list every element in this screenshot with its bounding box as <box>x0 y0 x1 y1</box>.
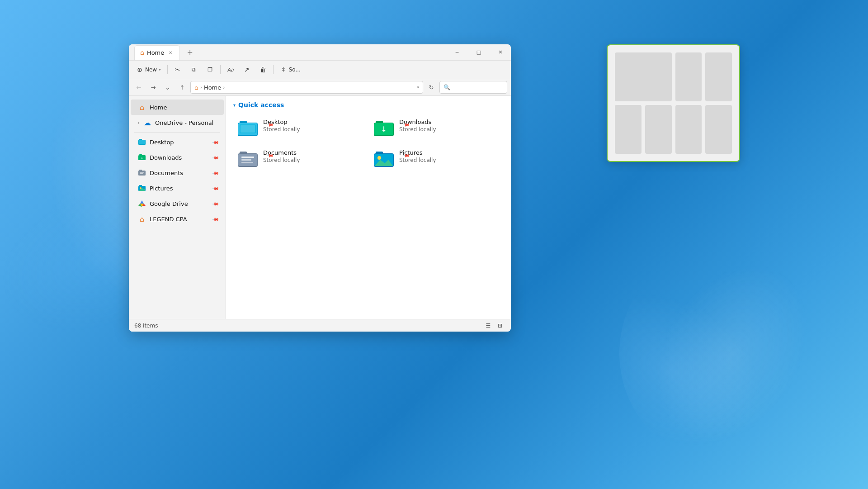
svg-rect-31 <box>241 159 251 161</box>
sidebar-item-downloads[interactable]: ↓ Downloads 📌 <box>131 150 224 165</box>
svg-rect-22 <box>241 125 255 133</box>
sidebar-item-documents[interactable]: Documents 📌 <box>131 165 224 180</box>
sidebar-googledrive-label: Google Drive <box>150 200 209 207</box>
new-icon: ⊕ <box>136 66 143 73</box>
cut-button[interactable]: ✂ <box>170 62 185 77</box>
list-view-button[interactable]: ☰ <box>483 321 494 331</box>
svg-rect-11 <box>139 185 142 186</box>
back-button[interactable]: ← <box>132 81 145 94</box>
downloads-folder-icon: ↓ <box>138 153 146 161</box>
minimize-button[interactable]: ─ <box>447 45 467 60</box>
quick-access-header[interactable]: ▾ Quick access <box>233 101 504 109</box>
recent-button[interactable]: ⌄ <box>161 81 174 94</box>
svg-rect-6 <box>138 171 146 176</box>
sidebar-item-desktop[interactable]: Desktop 📌 <box>131 134 224 150</box>
svg-rect-32 <box>241 162 253 163</box>
downloads-icon: ↓ <box>373 118 395 139</box>
address-bar[interactable]: ⌂ › Home › ▾ <box>190 81 423 94</box>
sidebar: ⌂ Home › ☁ OneDrive - Personal Desktop 📌… <box>129 96 226 319</box>
sidebar-desktop-label: Desktop <box>150 139 209 146</box>
desktop-folder-icon <box>138 138 146 146</box>
sidebar-item-pictures[interactable]: Pictures 📌 <box>131 180 224 196</box>
folder-item-documents[interactable]: Documents Stored locally 📌 <box>233 145 368 174</box>
home-tab-icon: ⌂ <box>140 49 144 56</box>
pictures-info: Pictures Stored locally 📌 <box>399 149 436 169</box>
quick-access-grid: Desktop Stored locally 📌 ↓ <box>233 114 504 174</box>
new-button[interactable]: ⊕ New ▾ <box>132 62 165 77</box>
home-tab[interactable]: ⌂ Home × <box>134 45 180 60</box>
address-chevron-2: › <box>223 85 225 90</box>
sidebar-item-home[interactable]: ⌂ Home <box>131 100 224 115</box>
svg-rect-4 <box>139 154 142 156</box>
paste-icon: ❐ <box>207 66 214 73</box>
window-controls: ─ □ ✕ <box>447 45 511 60</box>
onedrive-expand-icon: › <box>138 120 140 125</box>
title-bar-left: ⌂ Home × + <box>134 45 447 60</box>
desktop-icon <box>237 118 259 139</box>
home-icon: ⌂ <box>138 103 146 111</box>
snap-cell-6[interactable] <box>675 105 702 154</box>
downloads-meta: Stored locally <box>399 126 436 133</box>
svg-point-36 <box>377 156 381 160</box>
documents-info: Documents Stored locally 📌 <box>263 149 300 169</box>
cut-icon: ✂ <box>174 66 181 73</box>
googledrive-icon <box>138 199 146 208</box>
desktop-info: Desktop Stored locally 📌 <box>263 119 300 138</box>
sidebar-item-onedrive[interactable]: › ☁ OneDrive - Personal <box>131 115 224 130</box>
sidebar-item-googledrive[interactable]: Google Drive 📌 <box>131 196 224 211</box>
home-tab-label: Home <box>147 49 164 56</box>
address-dropdown[interactable]: ▾ <box>417 85 419 90</box>
toolbar-separator-2 <box>220 65 221 74</box>
svg-rect-9 <box>140 173 143 174</box>
documents-icon <box>237 148 259 170</box>
snap-cell-2[interactable] <box>675 52 702 101</box>
documents-meta: Stored locally <box>263 157 300 163</box>
paste-button[interactable]: ❐ <box>203 62 217 77</box>
grid-view-button[interactable]: ⊞ <box>495 321 505 331</box>
quick-access-title: Quick access <box>238 101 284 109</box>
tab-close-button[interactable]: × <box>167 49 174 56</box>
pictures-pin-small-icon: 📌 <box>403 152 432 181</box>
maximize-button[interactable]: □ <box>468 45 489 60</box>
new-label: New <box>145 66 157 73</box>
documents-folder-icon <box>138 169 146 177</box>
copy-button[interactable]: ⧉ <box>187 62 201 77</box>
folder-item-desktop[interactable]: Desktop Stored locally 📌 <box>233 114 368 143</box>
legend-icon: ⌂ <box>138 215 146 223</box>
snap-cell-3[interactable] <box>705 52 732 101</box>
snap-cell-4[interactable] <box>615 105 642 154</box>
sidebar-documents-label: Documents <box>150 170 209 176</box>
sidebar-item-legend[interactable]: ⌂ LEGEND CPA 📌 <box>131 211 224 227</box>
snap-cell-7[interactable] <box>705 105 732 154</box>
pictures-icon <box>373 148 395 170</box>
snap-cell-1[interactable] <box>615 52 672 101</box>
search-box[interactable]: 🔍 <box>439 81 507 94</box>
googledrive-pin-icon: 📌 <box>212 200 219 207</box>
explorer-window: ⌂ Home × + ─ □ ✕ ⊕ New ▾ ✂ ⧉ ❐ <box>129 44 511 332</box>
rename-button[interactable]: Aa <box>223 62 238 77</box>
sort-button[interactable]: ↕ So... <box>276 62 304 77</box>
toolbar: ⊕ New ▾ ✂ ⧉ ❐ Aa ↗ 🗑 ↕ So... <box>129 61 511 79</box>
refresh-button[interactable]: ↻ <box>425 81 438 94</box>
delete-button[interactable]: 🗑 <box>256 62 270 77</box>
documents-pin-icon: 📌 <box>212 169 219 176</box>
snap-cell-5[interactable] <box>645 105 672 154</box>
address-bar-row: ← → ⌄ ↑ ⌂ › Home › ▾ ↻ 🔍 <box>129 79 511 96</box>
legend-pin-icon: 📌 <box>212 215 219 223</box>
up-button[interactable]: ↑ <box>176 81 189 94</box>
folder-item-pictures[interactable]: Pictures Stored locally 📌 <box>369 145 504 174</box>
share-icon: ↗ <box>243 66 250 73</box>
sidebar-legend-label: LEGEND CPA <box>150 216 209 223</box>
content-area: ⌂ Home › ☁ OneDrive - Personal Desktop 📌… <box>129 96 511 319</box>
close-button[interactable]: ✕ <box>490 45 511 60</box>
share-button[interactable]: ↗ <box>240 62 254 77</box>
status-bar: 68 items ☰ ⊞ <box>129 319 511 332</box>
status-text: 68 items <box>134 323 158 329</box>
status-view-buttons: ☰ ⊞ <box>483 321 505 331</box>
folder-item-downloads[interactable]: ↓ Downloads Stored locally 📌 <box>369 114 504 143</box>
copy-icon: ⧉ <box>190 66 198 73</box>
new-tab-button[interactable]: + <box>184 46 196 59</box>
svg-rect-1 <box>139 139 142 140</box>
forward-button[interactable]: → <box>147 81 160 94</box>
sort-icon: ↕ <box>280 66 287 73</box>
